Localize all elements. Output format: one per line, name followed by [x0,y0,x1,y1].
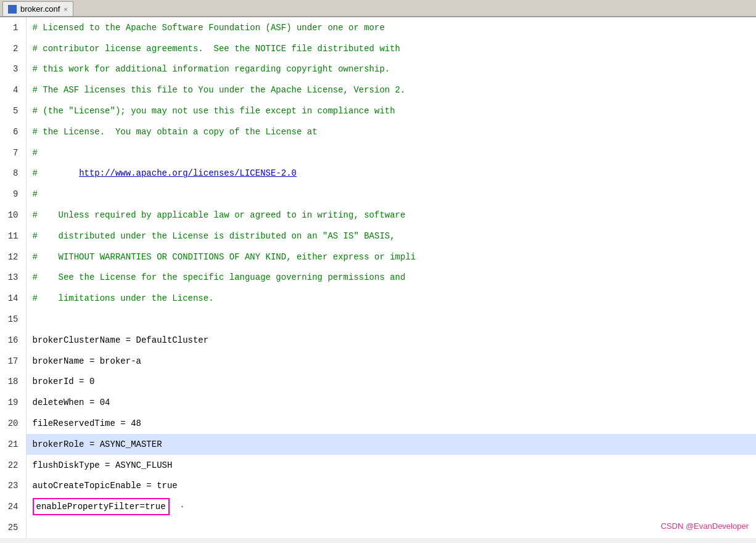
cursor-dot: · [170,502,185,512]
table-row: 24enablePropertyFilter=true · [0,496,756,517]
table-row: 14# limitations under the License. [0,288,756,309]
table-row: 12# WITHOUT WARRANTIES OR CONDITIONS OF … [0,247,756,267]
table-row: 7# [0,142,756,163]
code-line: # distributed under the License is distr… [26,226,756,247]
line-number: 24 [0,496,26,517]
table-row: 11# distributed under the License is dis… [0,226,756,247]
code-line: autoCreateTopicEnable = true [26,476,756,497]
table-row: 25 [0,517,756,538]
line-number: 10 [0,205,26,226]
table-row: 8# http://www.apache.org/licenses/LICENS… [0,163,756,184]
line-number: 7 [0,142,26,163]
table-row: 4# The ASF licenses this file to You und… [0,80,756,100]
table-row: 17brokerName = broker-a [0,351,756,372]
line-number: 15 [0,309,26,330]
table-row: 15 [0,309,756,330]
code-line [26,309,756,330]
line-number: 18 [0,372,26,393]
code-line: # the License. You may obtain a copy of … [26,121,756,142]
line-number: 21 [0,434,26,455]
highlighted-config: enablePropertyFilter=true [33,498,170,515]
code-line: # See the License for the specific langu… [26,267,756,288]
code-line: fileReservedTime = 48 [26,413,756,434]
code-line: brokerClusterName = DefaultCluster [26,330,756,351]
line-number: 19 [0,392,26,413]
tab-broker-conf[interactable]: broker.conf × [2,1,73,16]
tab-label: broker.conf [20,4,60,14]
code-line: # Unless required by applicable law or a… [26,205,756,226]
line-number: 3 [0,59,26,80]
table-row: 16brokerClusterName = DefaultCluster [0,330,756,351]
table-row: 6# the License. You may obtain a copy of… [0,121,756,142]
code-line: enablePropertyFilter=true · [26,496,756,517]
code-line: # Licensed to the Apache Software Founda… [26,17,756,38]
code-line: brokerId = 0 [26,372,756,393]
file-icon [8,5,17,14]
line-number: 1 [0,17,26,38]
line-number: 14 [0,288,26,309]
table-row: 10# Unless required by applicable law or… [0,205,756,226]
code-line [26,517,756,538]
line-number: 25 [0,517,26,538]
code-line: # this work for additional information r… [26,59,756,80]
line-number: 20 [0,413,26,434]
line-number: 12 [0,247,26,267]
watermark: CSDN @EvanDeveloper [660,521,749,531]
apache-license-url[interactable]: http://www.apache.org/licenses/LICENSE-2… [79,168,297,178]
line-number: 17 [0,351,26,372]
table-row: 21brokerRole = ASYNC_MASTER [0,434,756,455]
table-row: 5# (the "License"); you may not use this… [0,100,756,121]
line-number: 23 [0,476,26,497]
table-row: 23autoCreateTopicEnable = true [0,476,756,497]
editor-content: 1# Licensed to the Apache Software Found… [0,17,756,538]
code-line: # [26,184,756,205]
table-row: 13# See the License for the specific lan… [0,267,756,288]
code-table: 1# Licensed to the Apache Software Found… [0,17,756,538]
line-number: 13 [0,267,26,288]
table-row: 20fileReservedTime = 48 [0,413,756,434]
table-row: 2# contributor license agreements. See t… [0,38,756,59]
tab-close-icon[interactable]: × [64,6,67,13]
table-row: 9# [0,184,756,205]
code-line: brokerName = broker-a [26,351,756,372]
code-line: # http://www.apache.org/licenses/LICENSE… [26,163,756,184]
table-row: 18brokerId = 0 [0,372,756,393]
code-line: # The ASF licenses this file to You unde… [26,80,756,100]
line-number: 16 [0,330,26,351]
code-line: # WITHOUT WARRANTIES OR CONDITIONS OF AN… [26,247,756,267]
table-row: 22flushDiskType = ASYNC_FLUSH [0,455,756,476]
table-row: 19deleteWhen = 04 [0,392,756,413]
table-row: 3# this work for additional information … [0,59,756,80]
editor: 1# Licensed to the Apache Software Found… [0,17,756,538]
code-line: # limitations under the License. [26,288,756,309]
code-line: flushDiskType = ASYNC_FLUSH [26,455,756,476]
code-line: # (the "License"); you may not use this … [26,100,756,121]
line-number: 11 [0,226,26,247]
tab-bar: broker.conf × [0,0,756,17]
code-line: brokerRole = ASYNC_MASTER [26,434,756,455]
line-number: 22 [0,455,26,476]
line-number: 4 [0,80,26,100]
table-row: 1# Licensed to the Apache Software Found… [0,17,756,38]
code-line: deleteWhen = 04 [26,392,756,413]
line-number: 8 [0,163,26,184]
code-line: # [26,142,756,163]
line-number: 6 [0,121,26,142]
line-number: 5 [0,100,26,121]
line-number: 9 [0,184,26,205]
code-line: # contributor license agreements. See th… [26,38,756,59]
line-number: 2 [0,38,26,59]
